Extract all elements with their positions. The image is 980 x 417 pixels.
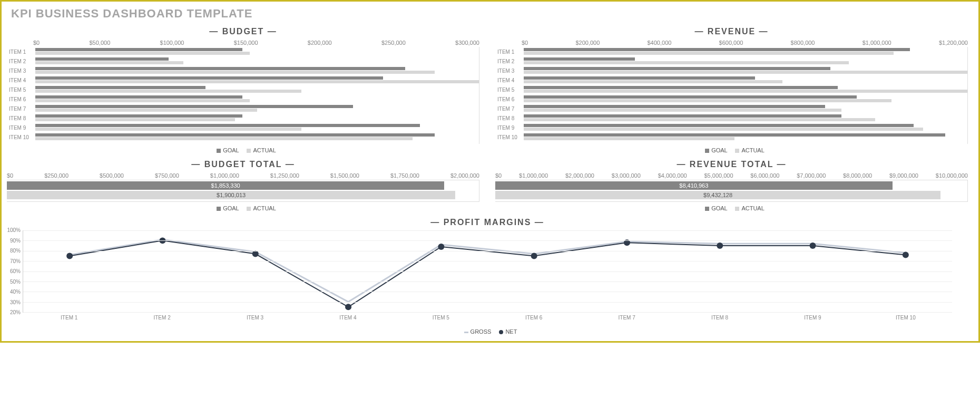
- table-row: ITEM 3: [495, 66, 967, 75]
- bar-actual: [35, 80, 479, 83]
- bar-actual: [35, 99, 250, 102]
- bar-goal: [524, 114, 841, 118]
- svg-point-8: [810, 243, 816, 249]
- bar-actual-total: $9,432,128: [495, 191, 940, 199]
- dashboard-frame: KPI BUSINESS DASHBOARD TEMPLATE — BUDGET…: [0, 0, 980, 343]
- svg-point-0: [66, 253, 73, 259]
- bar-actual: [35, 109, 257, 112]
- bar-actual: [524, 99, 891, 102]
- bar-goal: [524, 124, 914, 127]
- bar-goal: [35, 86, 205, 89]
- budget-total-legend: GOAL ACTUAL: [7, 205, 479, 211]
- bar-goal: [524, 95, 857, 99]
- table-row: ITEM 1: [7, 47, 479, 56]
- budget-total-title: — BUDGET TOTAL —: [7, 160, 479, 169]
- bar-actual: [35, 52, 250, 55]
- table-row: ITEM 1: [495, 47, 967, 56]
- y-label: ITEM 9: [495, 125, 524, 131]
- table-row: ITEM 5: [495, 85, 967, 94]
- svg-point-2: [252, 251, 259, 257]
- y-label: ITEM 3: [495, 68, 524, 74]
- budget-chart: — BUDGET — $0$50,000$100,000$150,000$200…: [2, 23, 490, 156]
- profit-legend: GROSS NET: [7, 328, 968, 335]
- bar-actual: [524, 80, 782, 83]
- bar-goal: [35, 95, 242, 99]
- svg-point-7: [717, 243, 723, 249]
- y-label: ITEM 10: [7, 134, 35, 140]
- bar-goal: [524, 76, 755, 80]
- bar-actual-total: $1,900,013: [7, 191, 455, 199]
- y-label: ITEM 6: [7, 96, 35, 102]
- bar-actual: [524, 128, 923, 131]
- bar-goal: [35, 57, 169, 61]
- bar-actual: [35, 71, 435, 74]
- budget-plot: $0$50,000$100,000$150,000$200,000$250,00…: [7, 40, 479, 144]
- bar-goal: [35, 133, 435, 137]
- svg-point-9: [903, 252, 909, 258]
- bar-goal: [524, 67, 830, 70]
- table-row: ITEM 9: [7, 123, 479, 132]
- bar-goal: [524, 48, 910, 51]
- y-label: ITEM 2: [7, 59, 35, 64]
- table-row: ITEM 8: [495, 113, 967, 123]
- row-budget-revenue: — BUDGET — $0$50,000$100,000$150,000$200…: [2, 23, 978, 156]
- y-label: ITEM 1: [7, 49, 35, 55]
- y-label: ITEM 9: [7, 125, 35, 131]
- row-totals: — BUDGET TOTAL — $0$250,000$500,000$750,…: [2, 156, 978, 214]
- bar-actual: [35, 61, 183, 64]
- y-label: ITEM 1: [495, 49, 524, 55]
- bar-actual: [35, 128, 301, 131]
- y-label: ITEM 5: [495, 87, 524, 93]
- revenue-chart: — REVENUE — $0$200,000$400,000$600,000$8…: [490, 23, 978, 156]
- page-title: KPI BUSINESS DASHBOARD TEMPLATE: [2, 2, 978, 23]
- svg-point-5: [531, 253, 537, 259]
- profit-title: — PROFIT MARGINS —: [7, 218, 968, 227]
- table-row: ITEM 2: [7, 56, 479, 66]
- bar-goal: [35, 114, 242, 118]
- bar-actual: [524, 90, 967, 93]
- revenue-total-title: — REVENUE TOTAL —: [495, 160, 968, 169]
- table-row: ITEM 8: [7, 113, 479, 123]
- bar-actual: [35, 118, 235, 121]
- table-row: ITEM 4: [7, 75, 479, 85]
- table-row: ITEM 10: [7, 132, 479, 142]
- bar-goal: [524, 86, 838, 89]
- bar-goal: [35, 76, 383, 80]
- y-label: ITEM 2: [495, 59, 524, 64]
- table-row: ITEM 4: [495, 75, 967, 85]
- bar-actual: [524, 109, 841, 112]
- bar-goal-total: $1,853,330: [7, 181, 444, 190]
- profit-margins-chart: — PROFIT MARGINS — 100%90%80%70%60%50%40…: [2, 214, 978, 337]
- y-label: ITEM 7: [495, 106, 524, 112]
- table-row: ITEM 7: [7, 104, 479, 113]
- table-row: ITEM 2: [495, 56, 967, 66]
- bar-goal: [35, 48, 242, 51]
- table-row: ITEM 6: [7, 94, 479, 104]
- bar-goal: [524, 57, 635, 61]
- table-row: ITEM 10: [495, 132, 967, 142]
- table-row: ITEM 3: [7, 66, 479, 75]
- bar-goal: [35, 105, 353, 108]
- svg-point-4: [438, 244, 444, 250]
- budget-total-chart: — BUDGET TOTAL — $0$250,000$500,000$750,…: [2, 156, 490, 214]
- y-label: ITEM 7: [7, 106, 35, 112]
- svg-point-3: [345, 304, 351, 310]
- table-row: ITEM 9: [495, 123, 967, 132]
- revenue-total-chart: — REVENUE TOTAL — $0$1,000,000$2,000,000…: [490, 156, 978, 214]
- y-label: ITEM 5: [7, 87, 35, 93]
- profit-plot: 100%90%80%70%60%50%40%30%20% ITEM 1ITEM …: [23, 230, 952, 325]
- bar-actual: [35, 90, 301, 93]
- y-label: ITEM 8: [7, 115, 35, 121]
- bar-actual: [35, 137, 413, 140]
- bar-goal: [35, 124, 420, 127]
- revenue-total-legend: GOAL ACTUAL: [495, 205, 968, 211]
- bar-actual: [524, 137, 734, 140]
- bar-actual: [524, 52, 894, 55]
- table-row: ITEM 7: [495, 104, 967, 113]
- bar-goal: [524, 105, 825, 108]
- revenue-legend: GOAL ACTUAL: [495, 147, 968, 153]
- bar-actual: [524, 118, 875, 121]
- y-label: ITEM 4: [495, 77, 524, 83]
- budget-legend: GOAL ACTUAL: [7, 147, 479, 153]
- bar-actual: [524, 71, 967, 74]
